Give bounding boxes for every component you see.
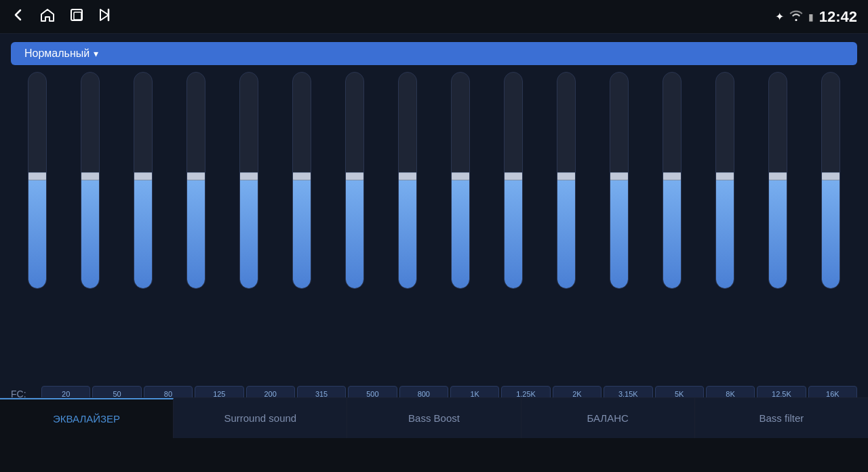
nav-tab-0[interactable]: ЭКВАЛАЙЗЕР — [0, 398, 174, 438]
slider-band-0[interactable] — [11, 72, 64, 376]
slider-band-4[interactable] — [222, 72, 275, 376]
slider-band-3[interactable] — [170, 72, 222, 376]
slider-track-3[interactable] — [186, 72, 205, 289]
slider-band-10[interactable] — [540, 72, 593, 376]
equalizer-area: FC: 2050801252003155008001K1.25K2K3.15K5… — [11, 72, 857, 438]
slider-track-13[interactable] — [715, 72, 734, 289]
slider-band-15[interactable] — [804, 72, 857, 376]
nav-tab-4[interactable]: Bass filter — [695, 398, 868, 438]
slider-band-1[interactable] — [64, 72, 117, 376]
slider-band-8[interactable] — [434, 72, 487, 376]
svg-marker-2 — [100, 9, 108, 20]
slider-band-2[interactable] — [117, 72, 170, 376]
nav-tab-1[interactable]: Surround sound — [174, 398, 347, 438]
nav-tab-2[interactable]: Bass Boost — [347, 398, 521, 438]
slider-track-7[interactable] — [398, 72, 417, 289]
clock: 12:42 — [819, 8, 857, 26]
preset-button[interactable]: Нормальный ▾ — [11, 42, 857, 65]
nav-tab-3[interactable]: БАЛАНС — [521, 398, 695, 438]
slider-track-9[interactable] — [504, 72, 523, 289]
slider-track-10[interactable] — [557, 72, 576, 289]
slider-track-0[interactable] — [28, 72, 47, 289]
slider-track-6[interactable] — [345, 72, 364, 289]
bottom-nav: ЭКВАЛАЙЗЕРSurround soundBass BoostБАЛАНС… — [0, 397, 868, 438]
slider-track-5[interactable] — [292, 72, 311, 289]
back-button[interactable] — [11, 7, 26, 26]
dropdown-icon: ▾ — [94, 48, 98, 59]
slider-track-11[interactable] — [610, 72, 629, 289]
slider-track-8[interactable] — [451, 72, 470, 289]
slider-band-9[interactable] — [487, 72, 540, 376]
status-icons: ✦ ▮ 12:42 — [775, 8, 857, 26]
slider-band-7[interactable] — [381, 72, 434, 376]
svg-rect-0 — [71, 9, 82, 20]
slider-band-6[interactable] — [328, 72, 381, 376]
slider-band-5[interactable] — [275, 72, 328, 376]
main-content: Нормальный ▾ FC: 2050801252003155008001K… — [0, 34, 868, 438]
slider-track-1[interactable] — [81, 72, 100, 289]
battery-icon: ▮ — [808, 12, 814, 22]
svg-rect-1 — [74, 12, 81, 20]
slider-band-12[interactable] — [646, 72, 698, 376]
status-bar: ✦ ▮ 12:42 — [0, 0, 868, 34]
slider-track-12[interactable] — [663, 72, 682, 289]
home-button[interactable] — [39, 7, 56, 26]
preset-label: Нормальный — [24, 47, 90, 60]
slider-band-11[interactable] — [593, 72, 646, 376]
window-button[interactable] — [69, 7, 84, 26]
bluetooth-icon: ✦ — [775, 10, 784, 23]
wifi-icon — [789, 10, 803, 24]
slider-band-13[interactable] — [698, 72, 751, 376]
media-button[interactable] — [98, 7, 111, 26]
slider-track-14[interactable] — [768, 72, 787, 289]
slider-band-14[interactable] — [751, 72, 804, 376]
slider-track-15[interactable] — [821, 72, 840, 289]
sliders-container — [11, 72, 857, 376]
slider-track-4[interactable] — [239, 72, 258, 289]
nav-controls — [11, 7, 111, 26]
slider-track-2[interactable] — [134, 72, 153, 289]
